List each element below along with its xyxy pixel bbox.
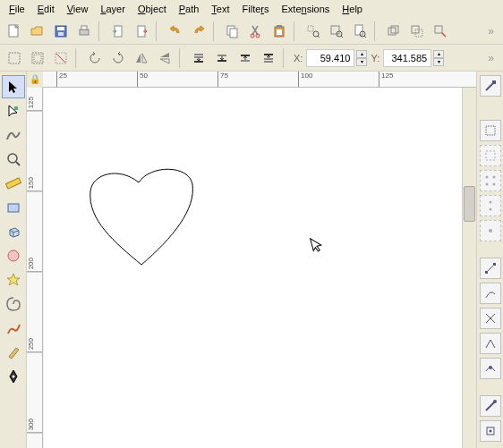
menu-text[interactable]: Text bbox=[206, 3, 234, 15]
tool-3dbox[interactable] bbox=[2, 220, 25, 243]
tool-zoom[interactable] bbox=[2, 148, 25, 171]
raise-top-button[interactable] bbox=[258, 47, 279, 69]
svg-point-57 bbox=[492, 176, 495, 179]
x-spinner[interactable]: ▴▾ bbox=[356, 50, 367, 66]
x-input[interactable] bbox=[306, 49, 354, 67]
export-button[interactable] bbox=[131, 21, 152, 42]
tool-select[interactable] bbox=[2, 75, 25, 98]
flip-h-button[interactable] bbox=[131, 47, 152, 69]
import-button[interactable] bbox=[107, 21, 129, 42]
svg-rect-4 bbox=[80, 30, 89, 35]
canvas[interactable] bbox=[43, 88, 462, 448]
snap-intersect[interactable] bbox=[480, 308, 501, 329]
menu-edit[interactable]: Edit bbox=[32, 3, 60, 15]
menu-path[interactable]: Path bbox=[174, 3, 205, 15]
tool-ellipse[interactable] bbox=[2, 244, 25, 267]
svg-point-58 bbox=[485, 183, 488, 186]
y-label: Y: bbox=[369, 53, 381, 63]
snap-bbox-center[interactable] bbox=[480, 220, 501, 241]
tool-tweak[interactable] bbox=[2, 123, 25, 147]
zoom-drawing-button[interactable] bbox=[326, 21, 347, 42]
zoom-selection-button[interactable] bbox=[303, 21, 324, 42]
svg-point-61 bbox=[489, 208, 491, 211]
svg-rect-15 bbox=[308, 26, 313, 31]
tool-spiral[interactable] bbox=[2, 292, 25, 316]
heart-shape[interactable] bbox=[83, 166, 209, 300]
y-spinner[interactable]: ▴▾ bbox=[433, 50, 444, 66]
svg-rect-54 bbox=[486, 126, 495, 135]
open-button[interactable] bbox=[27, 21, 48, 42]
snap-bbox-edge[interactable] bbox=[480, 145, 501, 166]
ruler-vertical[interactable]: 125 150 200 250 300 bbox=[27, 88, 43, 448]
snap-path[interactable] bbox=[480, 283, 501, 304]
svg-rect-21 bbox=[355, 25, 362, 35]
svg-point-46 bbox=[8, 154, 17, 163]
svg-rect-35 bbox=[194, 54, 203, 55]
tool-rectangle[interactable] bbox=[2, 196, 25, 219]
options-overflow[interactable]: » bbox=[482, 52, 499, 64]
svg-rect-36 bbox=[194, 56, 203, 58]
lower-bottom-button[interactable] bbox=[188, 47, 209, 69]
snap-cusp[interactable] bbox=[480, 333, 501, 354]
snap-nodes[interactable] bbox=[480, 258, 501, 279]
snap-center-obj[interactable] bbox=[480, 420, 501, 442]
undo-button[interactable] bbox=[165, 21, 186, 42]
scrollbar-vertical[interactable] bbox=[462, 88, 476, 448]
toolbar-overflow[interactable]: » bbox=[482, 25, 499, 38]
lock-icon[interactable]: 🔒 bbox=[30, 74, 40, 84]
menu-layer[interactable]: Layer bbox=[95, 3, 131, 15]
snap-object[interactable] bbox=[480, 395, 501, 417]
svg-rect-43 bbox=[264, 58, 273, 60]
select-all-button[interactable] bbox=[4, 47, 25, 69]
snap-bbox[interactable] bbox=[480, 120, 501, 141]
deselect-button[interactable] bbox=[50, 47, 72, 69]
tool-pencil[interactable] bbox=[2, 317, 25, 340]
new-button[interactable] bbox=[4, 21, 25, 42]
raise-button[interactable] bbox=[234, 47, 256, 69]
ruler-horizontal[interactable]: 25 50 75 100 125 bbox=[43, 72, 476, 88]
lower-button[interactable] bbox=[211, 47, 233, 69]
paste-button[interactable] bbox=[269, 21, 290, 42]
svg-rect-38 bbox=[217, 55, 226, 56]
svg-rect-9 bbox=[230, 29, 237, 38]
flip-v-button[interactable] bbox=[154, 47, 175, 69]
svg-line-47 bbox=[16, 162, 20, 165]
unlink-clone-button[interactable] bbox=[430, 21, 451, 42]
svg-point-59 bbox=[492, 183, 495, 186]
toolbox bbox=[0, 72, 27, 448]
tool-star[interactable] bbox=[2, 268, 25, 292]
snap-bbox-corner[interactable] bbox=[480, 170, 501, 191]
tool-measure[interactable] bbox=[2, 172, 25, 195]
svg-point-70 bbox=[493, 400, 497, 403]
menu-object[interactable]: Object bbox=[132, 3, 172, 15]
cut-button[interactable] bbox=[245, 21, 267, 42]
svg-point-51 bbox=[12, 376, 14, 378]
menu-help[interactable]: Help bbox=[337, 3, 368, 15]
snap-smooth[interactable] bbox=[480, 358, 501, 379]
copy-button[interactable] bbox=[222, 21, 243, 42]
redo-button[interactable] bbox=[188, 21, 209, 42]
menu-file[interactable]: File bbox=[4, 3, 30, 15]
snap-enable[interactable] bbox=[480, 75, 501, 97]
save-button[interactable] bbox=[50, 21, 72, 42]
scroll-thumb[interactable] bbox=[464, 186, 475, 222]
print-button[interactable] bbox=[73, 21, 95, 42]
menu-extensions[interactable]: Extensions bbox=[277, 3, 336, 15]
menu-filters[interactable]: Filters bbox=[237, 3, 275, 15]
menubar: File Edit View Layer Object Path Text Fi… bbox=[0, 0, 503, 18]
duplicate-button[interactable] bbox=[383, 21, 405, 42]
tool-calligraphy[interactable] bbox=[2, 341, 25, 364]
svg-line-17 bbox=[318, 36, 320, 38]
svg-rect-13 bbox=[277, 25, 282, 28]
tool-pen[interactable] bbox=[2, 365, 25, 388]
tool-node[interactable] bbox=[2, 99, 25, 123]
y-input[interactable] bbox=[383, 49, 431, 67]
clone-button[interactable] bbox=[406, 21, 428, 42]
select-layers-button[interactable] bbox=[27, 47, 48, 69]
options-toolbar: X: ▴▾ Y: ▴▾ » bbox=[0, 45, 503, 72]
menu-view[interactable]: View bbox=[62, 3, 94, 15]
rotate-ccw-button[interactable] bbox=[84, 47, 106, 69]
snap-bbox-midpoint[interactable] bbox=[480, 195, 501, 216]
rotate-cw-button[interactable] bbox=[107, 47, 129, 69]
zoom-page-button[interactable] bbox=[349, 21, 371, 42]
